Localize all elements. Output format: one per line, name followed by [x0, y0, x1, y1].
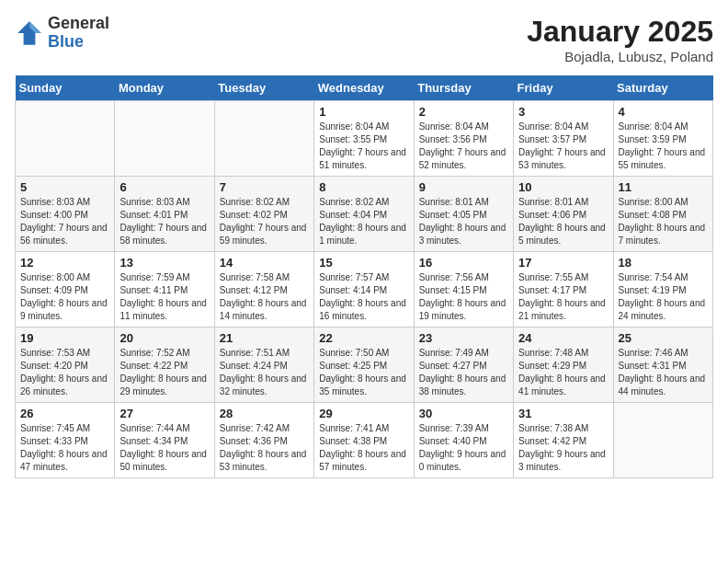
day-of-week-header: Saturday: [613, 75, 712, 101]
calendar-cell: 12Sunrise: 8:00 AM Sunset: 4:09 PM Dayli…: [16, 252, 115, 327]
day-info: Sunrise: 8:03 AM Sunset: 4:01 PM Dayligh…: [119, 196, 209, 247]
day-number: 29: [319, 407, 408, 420]
day-number: 31: [518, 407, 608, 420]
day-of-week-header: Friday: [514, 75, 613, 101]
day-number: 6: [119, 180, 209, 194]
calendar-cell: 6Sunrise: 8:03 AM Sunset: 4:01 PM Daylig…: [115, 177, 214, 252]
day-of-week-header: Tuesday: [214, 75, 313, 101]
day-of-week-header: Sunday: [16, 75, 115, 101]
calendar-cell: 31Sunrise: 7:38 AM Sunset: 4:42 PM Dayli…: [514, 403, 613, 478]
calendar-week-row: 12Sunrise: 8:00 AM Sunset: 4:09 PM Dayli…: [16, 252, 713, 327]
day-number: 5: [20, 180, 109, 194]
calendar-cell: 15Sunrise: 7:57 AM Sunset: 4:14 PM Dayli…: [314, 252, 414, 327]
day-of-week-header: Monday: [115, 75, 214, 101]
calendar-cell: [613, 403, 712, 478]
calendar-cell: 18Sunrise: 7:54 AM Sunset: 4:19 PM Dayli…: [613, 252, 712, 327]
day-number: 14: [220, 256, 309, 270]
day-header-row: SundayMondayTuesdayWednesdayThursdayFrid…: [16, 75, 713, 101]
calendar-cell: 13Sunrise: 7:59 AM Sunset: 4:11 PM Dayli…: [115, 252, 214, 327]
day-info: Sunrise: 8:04 AM Sunset: 3:56 PM Dayligh…: [419, 121, 508, 172]
day-number: 3: [518, 105, 608, 119]
calendar-cell: 4Sunrise: 8:04 AM Sunset: 3:59 PM Daylig…: [613, 101, 712, 177]
calendar-subtitle: Bojadla, Lubusz, Poland: [527, 49, 713, 64]
day-number: 8: [319, 180, 408, 194]
day-number: 26: [20, 407, 109, 420]
day-info: Sunrise: 8:00 AM Sunset: 4:09 PM Dayligh…: [20, 271, 109, 323]
day-number: 11: [619, 180, 708, 194]
day-info: Sunrise: 7:46 AM Sunset: 4:31 PM Dayligh…: [619, 347, 708, 398]
calendar-cell: 9Sunrise: 8:01 AM Sunset: 4:05 PM Daylig…: [414, 177, 513, 252]
day-number: 16: [419, 256, 508, 270]
day-number: 1: [319, 105, 408, 119]
day-info: Sunrise: 8:02 AM Sunset: 4:04 PM Dayligh…: [319, 196, 408, 247]
day-number: 22: [319, 331, 408, 345]
calendar-cell: 1Sunrise: 8:04 AM Sunset: 3:55 PM Daylig…: [314, 101, 414, 177]
title-block: January 2025 Bojadla, Lubusz, Poland: [527, 15, 713, 64]
day-info: Sunrise: 7:38 AM Sunset: 4:42 PM Dayligh…: [518, 422, 608, 474]
calendar-table: SundayMondayTuesdayWednesdayThursdayFrid…: [15, 75, 713, 478]
calendar-cell: 2Sunrise: 8:04 AM Sunset: 3:56 PM Daylig…: [414, 101, 513, 177]
calendar-cell: 8Sunrise: 8:02 AM Sunset: 4:04 PM Daylig…: [314, 177, 414, 252]
day-number: 27: [119, 407, 209, 420]
day-number: 12: [20, 256, 109, 270]
day-info: Sunrise: 8:04 AM Sunset: 3:55 PM Dayligh…: [319, 121, 408, 172]
page-header: General Blue January 2025 Bojadla, Lubus…: [15, 15, 713, 64]
calendar-cell: 5Sunrise: 8:03 AM Sunset: 4:00 PM Daylig…: [16, 177, 115, 252]
day-number: 2: [419, 105, 508, 119]
day-info: Sunrise: 7:39 AM Sunset: 4:40 PM Dayligh…: [419, 422, 508, 474]
calendar-cell: 25Sunrise: 7:46 AM Sunset: 4:31 PM Dayli…: [613, 327, 712, 403]
day-number: 13: [119, 256, 209, 270]
day-info: Sunrise: 7:56 AM Sunset: 4:15 PM Dayligh…: [419, 271, 508, 323]
day-info: Sunrise: 7:58 AM Sunset: 4:12 PM Dayligh…: [220, 271, 309, 323]
calendar-cell: [115, 101, 214, 177]
day-info: Sunrise: 8:01 AM Sunset: 4:05 PM Dayligh…: [419, 196, 508, 247]
calendar-cell: [16, 101, 115, 177]
day-info: Sunrise: 8:00 AM Sunset: 4:08 PM Dayligh…: [619, 196, 708, 247]
calendar-cell: 22Sunrise: 7:50 AM Sunset: 4:25 PM Dayli…: [314, 327, 414, 403]
calendar-title: January 2025: [527, 15, 713, 49]
day-number: 4: [619, 105, 708, 119]
day-number: 25: [619, 331, 708, 345]
day-number: 28: [220, 407, 309, 420]
day-number: 23: [419, 331, 508, 345]
day-info: Sunrise: 7:41 AM Sunset: 4:38 PM Dayligh…: [319, 422, 408, 474]
day-number: 18: [619, 256, 708, 270]
calendar-cell: 30Sunrise: 7:39 AM Sunset: 4:40 PM Dayli…: [414, 403, 513, 478]
calendar-cell: 11Sunrise: 8:00 AM Sunset: 4:08 PM Dayli…: [613, 177, 712, 252]
day-info: Sunrise: 7:48 AM Sunset: 4:29 PM Dayligh…: [518, 347, 608, 398]
logo-icon: [15, 18, 44, 48]
calendar-week-row: 1Sunrise: 8:04 AM Sunset: 3:55 PM Daylig…: [16, 101, 713, 177]
day-number: 15: [319, 256, 408, 270]
day-number: 30: [419, 407, 508, 420]
day-info: Sunrise: 7:51 AM Sunset: 4:24 PM Dayligh…: [220, 347, 309, 398]
day-info: Sunrise: 8:04 AM Sunset: 3:57 PM Dayligh…: [518, 121, 608, 172]
calendar-cell: 24Sunrise: 7:48 AM Sunset: 4:29 PM Dayli…: [514, 327, 613, 403]
day-info: Sunrise: 8:03 AM Sunset: 4:00 PM Dayligh…: [20, 196, 109, 247]
calendar-cell: 27Sunrise: 7:44 AM Sunset: 4:34 PM Dayli…: [115, 403, 214, 478]
calendar-week-row: 5Sunrise: 8:03 AM Sunset: 4:00 PM Daylig…: [16, 177, 713, 252]
logo-text: General Blue: [48, 15, 109, 52]
day-number: 20: [119, 331, 209, 345]
calendar-cell: 29Sunrise: 7:41 AM Sunset: 4:38 PM Dayli…: [314, 403, 414, 478]
calendar-week-row: 19Sunrise: 7:53 AM Sunset: 4:20 PM Dayli…: [16, 327, 713, 403]
calendar-cell: 3Sunrise: 8:04 AM Sunset: 3:57 PM Daylig…: [514, 101, 613, 177]
calendar-cell: 26Sunrise: 7:45 AM Sunset: 4:33 PM Dayli…: [16, 403, 115, 478]
calendar-cell: 23Sunrise: 7:49 AM Sunset: 4:27 PM Dayli…: [414, 327, 513, 403]
day-info: Sunrise: 7:55 AM Sunset: 4:17 PM Dayligh…: [518, 271, 608, 323]
day-info: Sunrise: 7:57 AM Sunset: 4:14 PM Dayligh…: [319, 271, 408, 323]
day-info: Sunrise: 7:53 AM Sunset: 4:20 PM Dayligh…: [20, 347, 109, 398]
logo: General Blue: [15, 15, 109, 52]
day-number: 10: [518, 180, 608, 194]
day-info: Sunrise: 7:45 AM Sunset: 4:33 PM Dayligh…: [20, 422, 109, 474]
day-info: Sunrise: 7:59 AM Sunset: 4:11 PM Dayligh…: [119, 271, 209, 323]
calendar-cell: 21Sunrise: 7:51 AM Sunset: 4:24 PM Dayli…: [214, 327, 313, 403]
calendar-cell: 19Sunrise: 7:53 AM Sunset: 4:20 PM Dayli…: [16, 327, 115, 403]
day-info: Sunrise: 7:54 AM Sunset: 4:19 PM Dayligh…: [619, 271, 708, 323]
day-number: 24: [518, 331, 608, 345]
day-info: Sunrise: 7:50 AM Sunset: 4:25 PM Dayligh…: [319, 347, 408, 398]
calendar-cell: 28Sunrise: 7:42 AM Sunset: 4:36 PM Dayli…: [214, 403, 313, 478]
calendar-cell: 16Sunrise: 7:56 AM Sunset: 4:15 PM Dayli…: [414, 252, 513, 327]
day-info: Sunrise: 7:42 AM Sunset: 4:36 PM Dayligh…: [220, 422, 309, 474]
day-info: Sunrise: 8:04 AM Sunset: 3:59 PM Dayligh…: [619, 121, 708, 172]
calendar-cell: 10Sunrise: 8:01 AM Sunset: 4:06 PM Dayli…: [514, 177, 613, 252]
